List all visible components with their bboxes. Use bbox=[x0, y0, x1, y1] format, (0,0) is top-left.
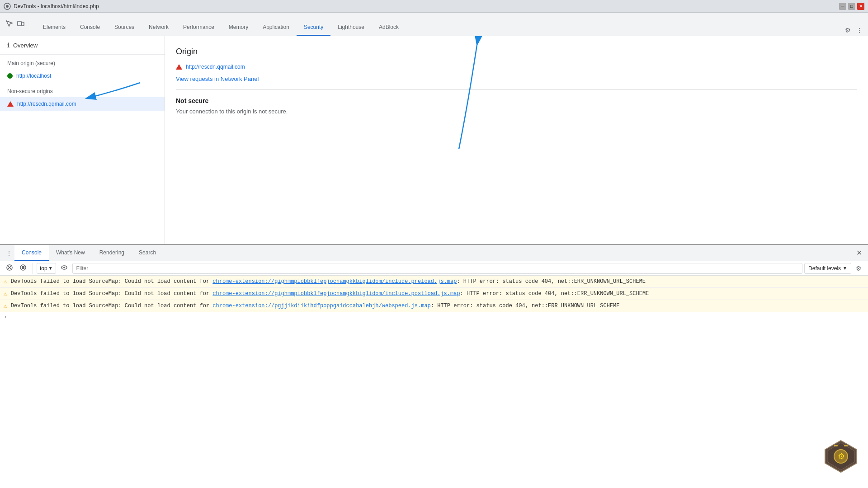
svg-rect-16 bbox=[844, 445, 848, 446]
bottom-tab-whats-new[interactable]: What's New bbox=[49, 245, 92, 261]
tab-application[interactable]: Application bbox=[255, 19, 297, 36]
devtools-icon bbox=[4, 3, 11, 10]
sourcemap-link-1[interactable]: chrome-extension://gighmmpiobbklfepjocna… bbox=[212, 278, 457, 285]
main-panel: ℹ Overview Main origin (secure) http://l… bbox=[0, 36, 868, 244]
secure-indicator bbox=[7, 73, 13, 79]
tab-bar-left bbox=[0, 13, 36, 36]
restore-button[interactable]: □ bbox=[848, 3, 855, 10]
console-message-3: ⚠ DevTools failed to load SourceMap: Cou… bbox=[0, 300, 868, 312]
svg-rect-15 bbox=[834, 445, 838, 446]
tab-adblock[interactable]: AdBlock bbox=[372, 19, 406, 36]
tab-sources[interactable]: Sources bbox=[107, 19, 142, 36]
tab-console[interactable]: Console bbox=[73, 19, 107, 36]
log-levels-selector[interactable]: Default levels ▼ bbox=[804, 263, 851, 274]
not-secure-box: Not secure Your connection to this origi… bbox=[176, 97, 857, 115]
eye-button[interactable] bbox=[58, 262, 71, 274]
console-settings-button[interactable]: ⚙ bbox=[853, 263, 864, 274]
tab-elements[interactable]: Elements bbox=[36, 19, 73, 36]
clear-console-button[interactable] bbox=[4, 263, 15, 274]
console-message-1-text: DevTools failed to load SourceMap: Could… bbox=[11, 277, 864, 286]
settings-button[interactable]: ⚙ bbox=[843, 25, 853, 36]
console-toolbar: top ▼ Default levels ▼ ⚙ bbox=[0, 261, 868, 276]
content-divider bbox=[176, 89, 857, 90]
warning-icon-1: ⚠ bbox=[4, 278, 7, 285]
sidebar-overview[interactable]: ℹ Overview bbox=[0, 36, 165, 55]
close-button[interactable]: ✕ bbox=[857, 3, 864, 10]
bottom-tab-menu[interactable]: ⋮ bbox=[4, 245, 14, 261]
tab-bar-icons bbox=[4, 18, 26, 30]
tab-security[interactable]: Security bbox=[297, 19, 330, 36]
console-message-1: ⚠ DevTools failed to load SourceMap: Cou… bbox=[0, 276, 868, 288]
origin-row: http://rescdn.qqmail.com bbox=[176, 64, 857, 70]
stop-button[interactable] bbox=[17, 263, 29, 274]
svg-rect-8 bbox=[22, 266, 24, 269]
view-requests-link[interactable]: View requests in Network Panel bbox=[176, 75, 857, 82]
prompt-arrow: › bbox=[4, 314, 7, 320]
sourcemap-link-3[interactable]: chrome-extension://pgjjikdiikihdfpoppgai… bbox=[212, 303, 430, 309]
tab-lighthouse[interactable]: Lighthouse bbox=[330, 19, 372, 36]
warning-icon-3: ⚠ bbox=[4, 302, 7, 310]
tab-performance[interactable]: Performance bbox=[176, 19, 222, 36]
svg-text:⚙: ⚙ bbox=[838, 452, 845, 461]
context-selector[interactable]: top ▼ bbox=[37, 263, 56, 274]
title-bar-title: DevTools - localhost/html/index.php bbox=[14, 3, 99, 9]
origin-insecure-icon bbox=[176, 64, 182, 70]
svg-point-10 bbox=[63, 267, 65, 268]
main-tabs: Elements Console Sources Network Perform… bbox=[36, 13, 840, 36]
more-options-button[interactable]: ⋮ bbox=[854, 25, 864, 36]
bottom-tab-bar: ⋮ Console What's New Rendering Search ✕ bbox=[0, 245, 868, 261]
not-secure-text: Your connection to this origin is not se… bbox=[176, 108, 857, 115]
info-icon: ℹ bbox=[7, 42, 9, 49]
device-toolbar-button[interactable] bbox=[15, 18, 26, 30]
title-bar-left: DevTools - localhost/html/index.php bbox=[4, 3, 99, 10]
tab-bar-right: ⚙ ⋮ bbox=[840, 25, 868, 36]
chevron-down-icon: ▼ bbox=[48, 266, 53, 271]
console-prompt[interactable]: › bbox=[0, 312, 868, 322]
sidebar-localhost[interactable]: http://localhost bbox=[0, 69, 165, 83]
origin-title: Origin bbox=[176, 47, 857, 56]
toolbar-divider bbox=[30, 19, 30, 30]
console-messages: ⚠ DevTools failed to load SourceMap: Cou… bbox=[0, 276, 868, 488]
non-secure-section: Non-secure origins bbox=[0, 83, 165, 97]
origin-url[interactable]: http://rescdn.qqmail.com bbox=[186, 64, 245, 70]
bottom-tab-console[interactable]: Console bbox=[14, 245, 49, 261]
console-message-2-text: DevTools failed to load SourceMap: Could… bbox=[11, 290, 864, 298]
console-message-2: ⚠ DevTools failed to load SourceMap: Cou… bbox=[0, 288, 868, 300]
console-filter-input[interactable] bbox=[72, 263, 802, 274]
svg-point-1 bbox=[6, 5, 9, 8]
tab-network[interactable]: Network bbox=[142, 19, 176, 36]
insecure-indicator bbox=[7, 101, 14, 107]
minimize-button[interactable]: ─ bbox=[839, 3, 846, 10]
chevron-down-icon: ▼ bbox=[843, 266, 847, 271]
warning-icon-2: ⚠ bbox=[4, 290, 7, 297]
title-bar: DevTools - localhost/html/index.php ─ □ … bbox=[0, 0, 868, 13]
not-secure-title: Not secure bbox=[176, 97, 857, 104]
svg-rect-3 bbox=[22, 22, 24, 26]
qqmail-link[interactable]: http://rescdn.qqmail.com bbox=[17, 101, 76, 107]
security-content-panel: Origin http://rescdn.qqmail.com View req… bbox=[165, 36, 868, 244]
bottom-tab-search[interactable]: Search bbox=[132, 245, 163, 261]
security-sidebar: ℹ Overview Main origin (secure) http://l… bbox=[0, 36, 165, 244]
tab-bar: Elements Console Sources Network Perform… bbox=[0, 13, 868, 36]
sourcemap-link-2[interactable]: chrome-extension://gighmmpiobbklfepjocna… bbox=[212, 291, 460, 297]
inspect-element-button[interactable] bbox=[4, 18, 14, 30]
close-bottom-panel-button[interactable]: ✕ bbox=[854, 248, 864, 258]
main-origin-section: Main origin (secure) bbox=[0, 55, 165, 69]
toolbar-divider bbox=[33, 263, 33, 274]
tab-memory[interactable]: Memory bbox=[222, 19, 255, 36]
game-decoration: ⚙ bbox=[823, 438, 859, 474]
sidebar-qqmail[interactable]: http://rescdn.qqmail.com bbox=[0, 97, 165, 111]
bottom-panel: ⋮ Console What's New Rendering Search ✕ bbox=[0, 244, 868, 488]
bottom-tab-rendering[interactable]: Rendering bbox=[92, 245, 132, 261]
title-bar-controls: ─ □ ✕ bbox=[839, 3, 864, 10]
console-message-3-text: DevTools failed to load SourceMap: Could… bbox=[11, 302, 864, 310]
localhost-link[interactable]: http://localhost bbox=[16, 73, 51, 79]
svg-rect-2 bbox=[18, 21, 21, 26]
non-secure-title: Non-secure origins bbox=[0, 83, 165, 97]
